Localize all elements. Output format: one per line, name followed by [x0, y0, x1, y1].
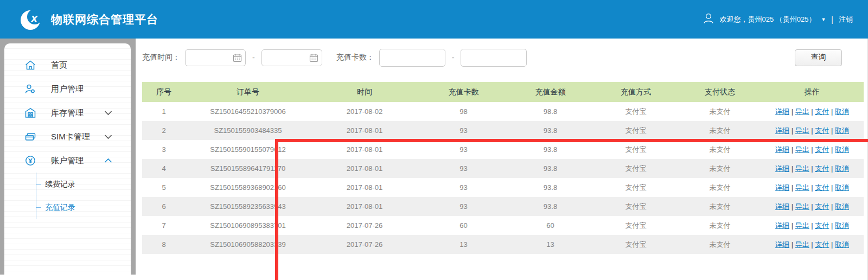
cell-amount: 93.8	[508, 178, 592, 197]
cell-amount: 98.8	[508, 102, 592, 121]
action-link-export[interactable]: 导出	[795, 240, 809, 249]
cell-order-no: SZ15015589368902160	[186, 178, 310, 197]
cell-actions: 详细 | 导出 | 支付 | 取消	[761, 140, 864, 159]
cell-index: 3	[142, 140, 186, 159]
query-button[interactable]: 查询	[795, 49, 842, 66]
header-divider: |	[831, 15, 833, 24]
action-link-pay[interactable]: 支付	[815, 221, 829, 230]
card-count-from-input[interactable]	[379, 49, 445, 67]
action-link-cancel[interactable]: 取消	[835, 164, 849, 173]
action-separator: |	[789, 221, 795, 230]
table-row: 1SZ150164552103790062017-08-029898.8支付宝未…	[142, 102, 864, 121]
action-link-detail[interactable]: 详细	[775, 202, 789, 211]
sidebar-item-home[interactable]: 首页	[4, 53, 131, 77]
action-link-export[interactable]: 导出	[795, 202, 809, 211]
action-link-pay[interactable]: 支付	[815, 145, 829, 154]
date-from-wrapper	[185, 49, 246, 66]
action-link-detail[interactable]: 详细	[775, 221, 789, 230]
sidebar-item-sim-card-management[interactable]: SIM卡管理	[4, 125, 131, 149]
action-link-export[interactable]: 导出	[795, 107, 809, 116]
action-link-cancel[interactable]: 取消	[835, 221, 849, 230]
action-link-cancel[interactable]: 取消	[835, 145, 849, 154]
action-link-detail[interactable]: 详细	[775, 183, 789, 192]
cell-order-no: SZ15010690895383701	[186, 216, 310, 235]
action-link-detail[interactable]: 详细	[775, 126, 789, 135]
cell-amount: 93.8	[508, 159, 592, 178]
action-separator: |	[829, 202, 835, 211]
cell-order-no: SZ15016455210379006	[186, 102, 310, 121]
action-separator: |	[789, 164, 795, 173]
cell-method: 支付宝	[592, 121, 679, 140]
action-link-export[interactable]: 导出	[795, 164, 809, 173]
action-separator: |	[809, 107, 815, 116]
cell-time: 2017-08-01	[310, 197, 419, 216]
sidebar-panel: 首页 用户管理	[4, 43, 131, 275]
cell-actions: 详细 | 导出 | 支付 | 取消	[761, 197, 864, 216]
cell-amount: 60	[508, 216, 592, 235]
action-link-pay[interactable]: 支付	[815, 164, 829, 173]
action-link-detail[interactable]: 详细	[775, 107, 789, 116]
cell-index: 7	[142, 216, 186, 235]
col-card-count: 充值卡数	[419, 82, 508, 102]
action-separator: |	[829, 164, 835, 173]
brand-logo-icon: x	[20, 8, 42, 31]
action-link-export[interactable]: 导出	[795, 221, 809, 230]
cell-method: 支付宝	[592, 178, 679, 197]
sidebar: 首页 用户管理	[0, 39, 136, 275]
sidebar-item-label: 用户管理	[51, 84, 84, 94]
cell-method: 支付宝	[592, 216, 679, 235]
inventory-icon	[24, 106, 37, 119]
iot-management-platform: x 物联网综合管理平台 欢迎您，贵州025 （贵州025） ▼ | 注销	[0, 0, 868, 280]
action-separator: |	[829, 183, 835, 192]
sidebar-item-user-management[interactable]: 用户管理	[4, 77, 131, 101]
sidebar-item-account-management[interactable]: 账户管理	[4, 149, 131, 173]
action-link-export[interactable]: 导出	[795, 145, 809, 154]
logout-link[interactable]: 注销	[839, 15, 853, 24]
user-management-icon	[24, 82, 37, 96]
action-link-detail[interactable]: 详细	[775, 240, 789, 249]
action-link-cancel[interactable]: 取消	[835, 202, 849, 211]
svg-text:x: x	[30, 11, 38, 25]
sidebar-item-label: SIM卡管理	[51, 132, 90, 142]
date-from-input[interactable]	[185, 49, 246, 66]
date-to-input[interactable]	[261, 49, 322, 66]
col-amount: 充值金额	[508, 82, 592, 102]
col-actions: 操作	[761, 82, 864, 102]
sidebar-item-inventory-management[interactable]: 库存管理	[4, 101, 131, 125]
action-link-pay[interactable]: 支付	[815, 107, 829, 116]
card-count-to-input[interactable]	[461, 49, 527, 67]
cell-method: 支付宝	[592, 197, 679, 216]
action-separator: |	[809, 164, 815, 173]
action-link-detail[interactable]: 详细	[775, 145, 789, 154]
action-separator: |	[829, 221, 835, 230]
action-link-pay[interactable]: 支付	[815, 126, 829, 135]
action-link-cancel[interactable]: 取消	[835, 240, 849, 249]
user-dropdown-caret-icon[interactable]: ▼	[821, 17, 826, 22]
cell-status: 未支付	[679, 102, 761, 121]
col-method: 充值方式	[592, 82, 679, 102]
sidebar-subitem-renewal-records[interactable]: 续费记录	[36, 173, 131, 196]
cell-card-count: 93	[419, 178, 508, 197]
action-link-pay[interactable]: 支付	[815, 183, 829, 192]
action-link-cancel[interactable]: 取消	[835, 107, 849, 116]
subitem-label: 续费记录	[45, 180, 75, 189]
sidebar-subitem-recharge-records[interactable]: 充值记录	[36, 196, 131, 219]
action-link-export[interactable]: 导出	[795, 183, 809, 192]
action-separator: |	[809, 126, 815, 135]
action-separator: |	[809, 145, 815, 154]
cell-amount: 93.8	[508, 140, 592, 159]
cell-method: 支付宝	[592, 235, 679, 254]
action-separator: |	[789, 202, 795, 211]
action-link-pay[interactable]: 支付	[815, 202, 829, 211]
cell-index: 8	[142, 235, 186, 254]
action-link-cancel[interactable]: 取消	[835, 126, 849, 135]
cell-index: 2	[142, 121, 186, 140]
cell-amount: 93.8	[508, 121, 592, 140]
cell-actions: 详细 | 导出 | 支付 | 取消	[761, 216, 864, 235]
action-link-cancel[interactable]: 取消	[835, 183, 849, 192]
page-title: 物联网综合管理平台	[51, 0, 158, 39]
action-link-detail[interactable]: 详细	[775, 164, 789, 173]
action-link-export[interactable]: 导出	[795, 126, 809, 135]
action-link-pay[interactable]: 支付	[815, 240, 829, 249]
sidebar-item-label: 账户管理	[51, 156, 84, 166]
